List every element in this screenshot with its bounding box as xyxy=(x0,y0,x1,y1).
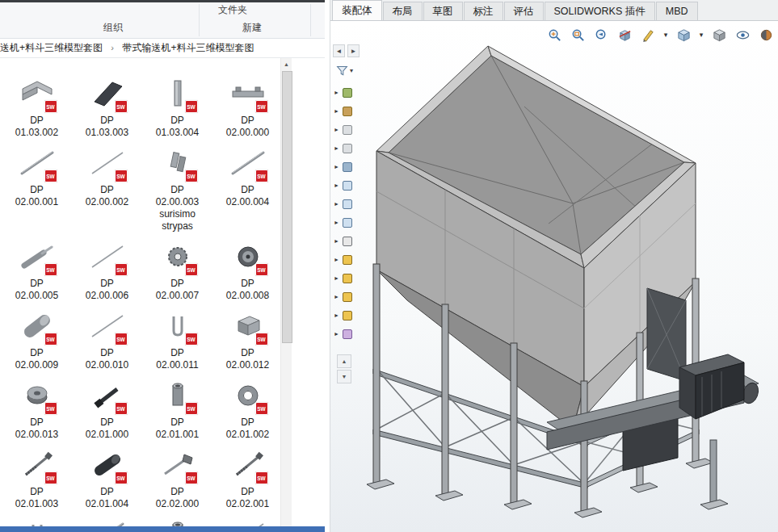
breadcrumb[interactable]: 送机+料斗三维模型套图 › 带式输送机+料斗三维模型套图 xyxy=(0,39,325,58)
expand-arrow-icon[interactable]: ► xyxy=(334,331,343,337)
feature-tree-item[interactable]: ► xyxy=(334,269,360,287)
commandmanager-tab[interactable]: 装配体 xyxy=(332,0,382,20)
commandmanager-tab[interactable]: MBD xyxy=(656,2,698,20)
feature-tree-item[interactable]: ► xyxy=(334,120,360,139)
expand-arrow-icon[interactable]: ► xyxy=(334,90,343,95)
solidworks-badge-icon: SW xyxy=(255,170,268,182)
file-item[interactable]: SWDP 01.03.003 xyxy=(72,77,142,139)
file-item[interactable]: SWDP 01.03.004 xyxy=(142,77,212,139)
previous-view-icon[interactable] xyxy=(591,26,611,44)
file-name: DP 02.00.001 xyxy=(8,184,66,208)
explorer-scrollbar[interactable]: ▲ xyxy=(280,58,292,526)
commandmanager-tab[interactable]: 标注 xyxy=(464,2,503,20)
file-item[interactable]: SWDP 02.02.000 xyxy=(142,449,212,510)
expand-arrow-icon[interactable]: ► xyxy=(334,220,343,225)
expand-arrow-icon[interactable]: ► xyxy=(334,145,343,151)
feature-tree-item[interactable]: ► xyxy=(334,213,360,232)
hopper-conveyor-3d-model[interactable] xyxy=(330,22,778,532)
solidworks-badge-icon: SW xyxy=(44,471,57,484)
display-style-icon[interactable] xyxy=(709,26,729,44)
tree-scroll-down-button[interactable]: ▼ xyxy=(337,370,351,383)
file-name: DP 02.00.005 xyxy=(8,278,66,302)
file-item[interactable]: SWDP 02.00.004 xyxy=(212,147,281,232)
expand-arrow-icon[interactable]: ► xyxy=(334,127,343,132)
commandmanager-tab[interactable]: 布局 xyxy=(383,2,423,20)
commandmanager-tab[interactable]: 评估 xyxy=(504,2,544,20)
part-thumbnail: SW xyxy=(226,241,270,276)
file-item[interactable]: SWDP 02.00.013 xyxy=(2,379,72,441)
feature-tree-item[interactable]: ► xyxy=(334,232,360,250)
file-item[interactable]: SWDP 02.00.010 xyxy=(72,310,142,371)
feature-tree-item[interactable]: ► xyxy=(334,306,360,325)
expand-arrow-icon[interactable]: ► xyxy=(334,164,343,170)
expand-arrow-icon[interactable]: ► xyxy=(334,294,343,300)
dropdown-arrow-icon[interactable]: ▾ xyxy=(697,26,705,44)
expand-arrow-icon[interactable]: ► xyxy=(334,257,343,262)
taskbar[interactable] xyxy=(0,526,325,532)
file-item[interactable]: SWDP 02.00.007 xyxy=(142,241,212,302)
feature-tree-item[interactable]: ► xyxy=(334,102,360,120)
file-item[interactable]: SWDP 02.01.003 xyxy=(2,449,72,510)
collapse-left-button[interactable]: ◄ xyxy=(333,44,345,57)
expand-arrow-icon[interactable]: ► xyxy=(334,238,343,244)
solidworks-window: 装配体布局草图标注评估SOLIDWORKS 插件MBD xyxy=(330,0,778,532)
feature-tree-item[interactable]: ► xyxy=(334,325,360,343)
file-item[interactable]: SWDP 02.01.001 xyxy=(142,379,212,441)
edit-appearance-icon[interactable] xyxy=(638,26,658,44)
file-item[interactable]: SWDP 02.00.000 xyxy=(212,77,281,139)
file-item[interactable]: SWDP 02.00.011 xyxy=(142,310,212,371)
view-orientation-icon[interactable] xyxy=(674,26,693,44)
feature-tree-item[interactable]: ► xyxy=(334,250,360,269)
file-item[interactable]: SWDP 02.02.001 xyxy=(212,449,281,510)
expand-arrow-icon[interactable]: ► xyxy=(334,275,343,281)
file-item[interactable]: SWDP 02.00.012 xyxy=(212,310,281,371)
section-view-icon[interactable] xyxy=(615,26,634,44)
zoom-to-fit-icon[interactable] xyxy=(545,26,564,44)
expand-arrow-icon[interactable]: ► xyxy=(334,201,343,207)
zoom-to-area-icon[interactable] xyxy=(568,26,587,44)
expand-right-button[interactable]: ► xyxy=(347,44,360,57)
appearance-sphere-icon[interactable] xyxy=(756,26,776,44)
mates-icon xyxy=(343,329,352,339)
scroll-up-button[interactable]: ▲ xyxy=(281,58,292,70)
feature-tree-item[interactable]: ► xyxy=(334,287,360,306)
file-name: DP 02.02.000 xyxy=(149,486,207,510)
commandmanager-tab[interactable]: SOLIDWORKS 插件 xyxy=(545,2,655,20)
solidworks-badge-icon: SW xyxy=(115,333,128,346)
tree-scroll-up-button[interactable]: ▲ xyxy=(337,354,351,368)
hide-show-items-icon[interactable] xyxy=(733,26,752,44)
new-button[interactable]: 新建 xyxy=(242,21,262,35)
dropdown-arrow-icon[interactable]: ▾ xyxy=(662,26,670,44)
file-item[interactable]: SWDP 02.01.004 xyxy=(72,449,142,510)
scrollbar-thumb[interactable] xyxy=(282,71,292,343)
part-thumbnail: SW xyxy=(226,310,270,346)
file-item[interactable]: SWDP 02.00.008 xyxy=(212,241,281,302)
file-item[interactable]: SWDP 02.01.000 xyxy=(72,379,142,441)
file-item[interactable]: SWDP 02.00.001 xyxy=(2,147,72,232)
feature-tree-item[interactable]: ► xyxy=(334,176,360,195)
top-plane-icon xyxy=(343,199,352,209)
feature-tree-item[interactable]: ► xyxy=(334,139,360,157)
feature-tree-item[interactable]: ► xyxy=(334,195,360,213)
feature-tree-item[interactable]: ► xyxy=(334,83,360,102)
file-item[interactable]: SWDP 02.00.002 xyxy=(72,147,142,232)
commandmanager-tab[interactable]: 草图 xyxy=(423,2,463,20)
part-thumbnail: SW xyxy=(226,147,270,182)
file-item[interactable]: SWDP 01.03.002 xyxy=(2,77,72,139)
organize-button[interactable]: 组织 xyxy=(103,21,123,35)
file-item[interactable]: SWDP 02.00.006 xyxy=(72,241,142,302)
file-item[interactable]: SWDP 02.00.009 xyxy=(2,310,72,371)
expand-arrow-icon[interactable]: ► xyxy=(334,108,343,114)
file-item[interactable]: SWDP 02.00.005 xyxy=(2,241,72,302)
expand-arrow-icon[interactable]: ► xyxy=(334,182,343,188)
expand-arrow-icon[interactable]: ► xyxy=(334,312,343,318)
breadcrumb-current[interactable]: 带式输送机+料斗三维模型套图 xyxy=(122,42,254,53)
ribbon-divider xyxy=(310,4,311,36)
breadcrumb-parent[interactable]: 送机+料斗三维模型套图 xyxy=(0,42,103,53)
tree-filter-button[interactable]: ▾ xyxy=(335,64,353,77)
graphics-area[interactable]: ▾▾ ◄ ► ▾ ►►►►►►►►►►►►►► ▲ ▼ xyxy=(330,22,778,532)
file-item[interactable]: SWDP 02.00.003 surisimo strypas xyxy=(142,147,212,232)
file-item[interactable]: SWDP 02.01.002 xyxy=(212,379,281,441)
feature-tree-item[interactable]: ► xyxy=(334,157,360,176)
file-name: DP 01.03.002 xyxy=(8,115,66,139)
